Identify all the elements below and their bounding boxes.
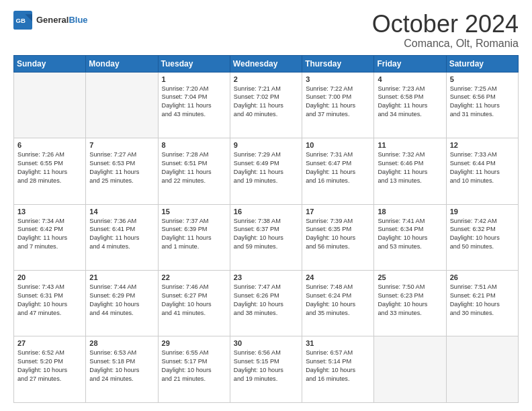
day-info: Sunrise: 6:55 AM Sunset: 5:17 PM Dayligh…	[162, 349, 226, 383]
day-info: Sunrise: 6:53 AM Sunset: 5:18 PM Dayligh…	[89, 349, 154, 383]
day-number: 23	[234, 273, 298, 281]
day-number: 3	[306, 75, 370, 83]
calendar-week-row: 20Sunrise: 7:43 AM Sunset: 6:31 PM Dayli…	[14, 271, 519, 336]
location: Comanca, Olt, Romania	[372, 38, 519, 50]
day-number: 26	[450, 273, 515, 281]
table-row: 18Sunrise: 7:41 AM Sunset: 6:34 PM Dayli…	[374, 204, 446, 270]
day-info: Sunrise: 7:50 AM Sunset: 6:23 PM Dayligh…	[378, 283, 442, 318]
day-number: 24	[306, 273, 370, 281]
header: GB GeneralBlue October 2024 Comanca, Olt…	[13, 11, 519, 50]
table-row: 23Sunrise: 7:47 AM Sunset: 6:26 PM Dayli…	[230, 271, 302, 336]
calendar-header-row: Sunday Monday Tuesday Wednesday Thursday…	[14, 55, 519, 72]
day-info: Sunrise: 7:34 AM Sunset: 6:42 PM Dayligh…	[17, 217, 82, 252]
page: GB GeneralBlue October 2024 Comanca, Olt…	[0, 0, 532, 411]
col-tuesday: Tuesday	[158, 55, 230, 72]
day-number: 29	[162, 339, 226, 347]
calendar-week-row: 27Sunrise: 6:52 AM Sunset: 5:20 PM Dayli…	[14, 336, 519, 403]
day-number: 25	[378, 273, 442, 281]
logo-blue: Blue	[69, 15, 87, 25]
day-info: Sunrise: 7:31 AM Sunset: 6:47 PM Dayligh…	[306, 150, 370, 185]
day-info: Sunrise: 6:57 AM Sunset: 5:14 PM Dayligh…	[306, 349, 370, 383]
table-row: 5Sunrise: 7:25 AM Sunset: 6:56 PM Daylig…	[446, 72, 518, 138]
day-number: 12	[450, 141, 515, 149]
day-number: 9	[234, 141, 298, 149]
table-row	[14, 72, 86, 138]
day-number: 5	[450, 75, 515, 83]
calendar-week-row: 13Sunrise: 7:34 AM Sunset: 6:42 PM Dayli…	[14, 204, 519, 270]
svg-text:GB: GB	[16, 17, 26, 24]
day-number: 15	[162, 208, 226, 216]
day-number: 17	[306, 208, 370, 216]
table-row: 11Sunrise: 7:32 AM Sunset: 6:46 PM Dayli…	[374, 138, 446, 204]
table-row	[446, 336, 518, 403]
table-row: 26Sunrise: 7:51 AM Sunset: 6:21 PM Dayli…	[446, 271, 518, 336]
day-info: Sunrise: 7:28 AM Sunset: 6:51 PM Dayligh…	[162, 150, 226, 185]
day-info: Sunrise: 7:51 AM Sunset: 6:21 PM Dayligh…	[450, 283, 515, 318]
day-number: 22	[162, 273, 226, 281]
logo-icon: GB	[13, 11, 32, 30]
day-number: 31	[306, 339, 370, 347]
logo-general: General	[36, 15, 69, 25]
day-info: Sunrise: 7:32 AM Sunset: 6:46 PM Dayligh…	[378, 150, 442, 185]
table-row: 21Sunrise: 7:44 AM Sunset: 6:29 PM Dayli…	[86, 271, 158, 336]
day-number: 28	[89, 339, 154, 347]
table-row: 4Sunrise: 7:23 AM Sunset: 6:58 PM Daylig…	[374, 72, 446, 138]
day-info: Sunrise: 7:29 AM Sunset: 6:49 PM Dayligh…	[234, 150, 298, 185]
day-info: Sunrise: 7:23 AM Sunset: 6:58 PM Dayligh…	[378, 85, 442, 120]
col-thursday: Thursday	[302, 55, 374, 72]
table-row: 31Sunrise: 6:57 AM Sunset: 5:14 PM Dayli…	[302, 336, 374, 403]
day-info: Sunrise: 7:39 AM Sunset: 6:35 PM Dayligh…	[306, 217, 370, 252]
table-row: 10Sunrise: 7:31 AM Sunset: 6:47 PM Dayli…	[302, 138, 374, 204]
col-friday: Friday	[374, 55, 446, 72]
day-info: Sunrise: 7:44 AM Sunset: 6:29 PM Dayligh…	[89, 283, 154, 318]
table-row: 6Sunrise: 7:26 AM Sunset: 6:55 PM Daylig…	[14, 138, 86, 204]
table-row	[374, 336, 446, 403]
day-number: 11	[378, 141, 442, 149]
day-info: Sunrise: 7:22 AM Sunset: 7:00 PM Dayligh…	[306, 85, 370, 120]
day-number: 30	[234, 339, 298, 347]
table-row: 27Sunrise: 6:52 AM Sunset: 5:20 PM Dayli…	[14, 336, 86, 403]
logo: GB GeneralBlue	[13, 11, 88, 30]
day-number: 4	[378, 75, 442, 83]
day-number: 20	[17, 273, 82, 281]
day-number: 1	[162, 75, 226, 83]
table-row: 29Sunrise: 6:55 AM Sunset: 5:17 PM Dayli…	[158, 336, 230, 403]
day-info: Sunrise: 7:20 AM Sunset: 7:04 PM Dayligh…	[162, 85, 226, 120]
day-info: Sunrise: 7:46 AM Sunset: 6:27 PM Dayligh…	[162, 283, 226, 318]
table-row: 15Sunrise: 7:37 AM Sunset: 6:39 PM Dayli…	[158, 204, 230, 270]
table-row: 17Sunrise: 7:39 AM Sunset: 6:35 PM Dayli…	[302, 204, 374, 270]
table-row	[86, 72, 158, 138]
calendar-table: Sunday Monday Tuesday Wednesday Thursday…	[13, 55, 519, 403]
day-number: 27	[17, 339, 82, 347]
day-number: 6	[17, 141, 82, 149]
table-row: 20Sunrise: 7:43 AM Sunset: 6:31 PM Dayli…	[14, 271, 86, 336]
day-info: Sunrise: 7:27 AM Sunset: 6:53 PM Dayligh…	[89, 150, 154, 185]
col-sunday: Sunday	[14, 55, 86, 72]
day-info: Sunrise: 7:37 AM Sunset: 6:39 PM Dayligh…	[162, 217, 226, 252]
day-info: Sunrise: 7:36 AM Sunset: 6:41 PM Dayligh…	[89, 217, 154, 252]
day-info: Sunrise: 7:21 AM Sunset: 7:02 PM Dayligh…	[234, 85, 298, 120]
day-info: Sunrise: 7:26 AM Sunset: 6:55 PM Dayligh…	[17, 150, 82, 185]
col-wednesday: Wednesday	[230, 55, 302, 72]
calendar-week-row: 6Sunrise: 7:26 AM Sunset: 6:55 PM Daylig…	[14, 138, 519, 204]
table-row: 22Sunrise: 7:46 AM Sunset: 6:27 PM Dayli…	[158, 271, 230, 336]
day-number: 2	[234, 75, 298, 83]
month-title: October 2024	[372, 11, 519, 38]
day-number: 16	[234, 208, 298, 216]
day-info: Sunrise: 7:43 AM Sunset: 6:31 PM Dayligh…	[17, 283, 82, 318]
table-row: 7Sunrise: 7:27 AM Sunset: 6:53 PM Daylig…	[86, 138, 158, 204]
day-number: 21	[89, 273, 154, 281]
table-row: 19Sunrise: 7:42 AM Sunset: 6:32 PM Dayli…	[446, 204, 518, 270]
table-row: 24Sunrise: 7:48 AM Sunset: 6:24 PM Dayli…	[302, 271, 374, 336]
day-info: Sunrise: 6:52 AM Sunset: 5:20 PM Dayligh…	[17, 349, 82, 383]
day-info: Sunrise: 7:25 AM Sunset: 6:56 PM Dayligh…	[450, 85, 515, 120]
day-number: 19	[450, 208, 515, 216]
table-row: 28Sunrise: 6:53 AM Sunset: 5:18 PM Dayli…	[86, 336, 158, 403]
table-row: 13Sunrise: 7:34 AM Sunset: 6:42 PM Dayli…	[14, 204, 86, 270]
day-number: 10	[306, 141, 370, 149]
table-row: 25Sunrise: 7:50 AM Sunset: 6:23 PM Dayli…	[374, 271, 446, 336]
day-info: Sunrise: 7:38 AM Sunset: 6:37 PM Dayligh…	[234, 217, 298, 252]
table-row: 9Sunrise: 7:29 AM Sunset: 6:49 PM Daylig…	[230, 138, 302, 204]
table-row: 30Sunrise: 6:56 AM Sunset: 5:15 PM Dayli…	[230, 336, 302, 403]
table-row: 2Sunrise: 7:21 AM Sunset: 7:02 PM Daylig…	[230, 72, 302, 138]
